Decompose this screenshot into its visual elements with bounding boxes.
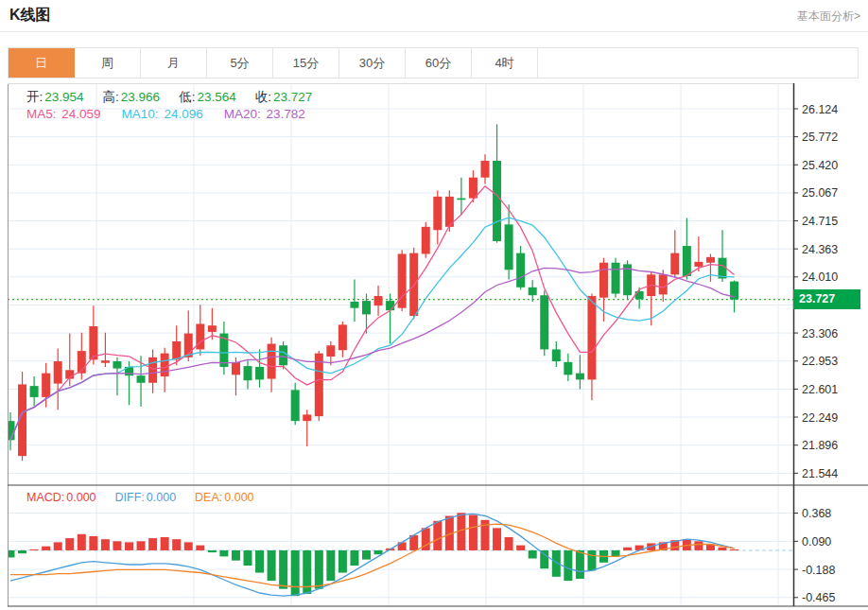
svg-text:25.772: 25.772 xyxy=(802,131,838,144)
tab-60min[interactable]: 60分 xyxy=(406,48,472,78)
tab-5min[interactable]: 5分 xyxy=(207,48,273,78)
tab-week[interactable]: 周 xyxy=(75,48,141,78)
macd-value: MACD:0.000 xyxy=(26,491,96,504)
tab-day[interactable]: 日 xyxy=(9,48,75,78)
svg-text:22.601: 22.601 xyxy=(802,383,838,396)
ohlc-low: 低:23.564 xyxy=(179,89,236,106)
svg-text:21.544: 21.544 xyxy=(802,467,838,480)
svg-text:23.306: 23.306 xyxy=(802,327,838,340)
header-divider xyxy=(0,31,868,32)
tab-30min[interactable]: 30分 xyxy=(339,48,406,78)
svg-text:24.363: 24.363 xyxy=(802,243,838,256)
svg-text:-0.188: -0.188 xyxy=(802,564,835,577)
tab-15min[interactable]: 15分 xyxy=(273,48,339,78)
ma20-legend: MA20: 23.782 xyxy=(224,107,305,121)
svg-text:22.953: 22.953 xyxy=(802,355,838,368)
svg-text:24.010: 24.010 xyxy=(802,270,838,284)
macd-legend: MACD:0.000 DIFF:0.000 DEA:0.000 xyxy=(26,491,254,504)
svg-text:0.368: 0.368 xyxy=(802,507,831,520)
current-price-badge: 23.727 xyxy=(793,289,860,309)
kline-chart[interactable]: 26.12425.77225.42025.06724.71524.36324.0… xyxy=(8,83,868,610)
ma-legend: MA5: 24.059 MA10: 24.096 MA20: 23.782 xyxy=(26,107,305,121)
chart-area: 26.12425.77225.42025.06724.71524.36324.0… xyxy=(8,83,868,610)
ma5-legend: MA5: 24.059 xyxy=(26,107,101,121)
fundamental-analysis-link[interactable]: 基本面分析> xyxy=(797,9,860,25)
page-title: K线图 xyxy=(9,6,51,26)
ohlc-legend: 开:23.954 高:23.966 低:23.564 收:23.727 xyxy=(26,89,312,106)
svg-text:26.124: 26.124 xyxy=(802,103,838,116)
diff-value: DIFF:0.000 xyxy=(115,491,177,504)
tab-4hour[interactable]: 4时 xyxy=(472,48,538,78)
ma10-legend: MA10: 24.096 xyxy=(122,107,203,121)
svg-text:24.715: 24.715 xyxy=(802,215,838,228)
interval-tabbar: 日 周 月 5分 15分 30分 60分 4时 xyxy=(8,47,859,78)
svg-text:22.249: 22.249 xyxy=(802,411,838,425)
ohlc-open: 开:23.954 xyxy=(26,89,84,106)
svg-text:21.896: 21.896 xyxy=(802,439,838,452)
svg-text:25.420: 25.420 xyxy=(802,159,838,172)
dea-value: DEA:0.000 xyxy=(195,491,253,504)
tab-month[interactable]: 月 xyxy=(141,48,207,78)
svg-text:-0.465: -0.465 xyxy=(802,591,835,604)
ohlc-high: 高:23.966 xyxy=(103,89,161,106)
svg-text:25.067: 25.067 xyxy=(802,186,838,200)
ohlc-close: 收:23.727 xyxy=(255,89,313,106)
svg-text:0.090: 0.090 xyxy=(802,535,831,549)
